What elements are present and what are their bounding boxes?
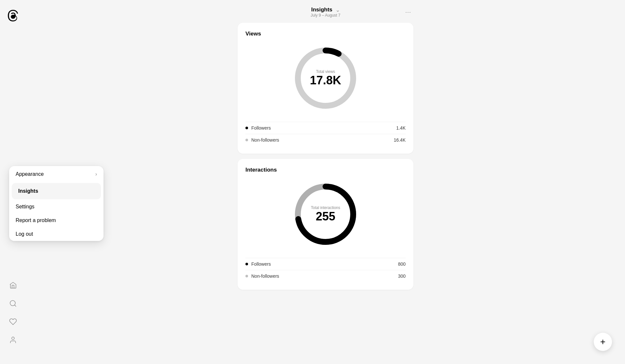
interactions-donut-chart: Total interactions 255	[245, 178, 406, 250]
followers-label: Followers	[251, 125, 271, 131]
page-title: Insights	[311, 7, 332, 13]
views-nonfollowers-legend: Non-followers 16.4K	[245, 134, 406, 146]
views-card-title: Views	[245, 31, 406, 37]
appearance-chevron-icon: ›	[95, 171, 97, 177]
more-options-button[interactable]: ···	[403, 7, 413, 17]
appearance-label: Appearance	[16, 171, 44, 177]
svg-point-1	[12, 337, 14, 340]
int-followers-value: 800	[398, 261, 406, 267]
sidebar-nav	[8, 281, 18, 344]
interactions-total-label: Total interactions	[311, 205, 340, 210]
int-nonfollowers-label: Non-followers	[251, 273, 279, 279]
interactions-total-value: 255	[311, 210, 340, 223]
int-nonfollowers-dot	[245, 275, 248, 277]
nonfollowers-dot	[245, 139, 248, 141]
interactions-donut-wrapper: Total interactions 255	[290, 178, 361, 250]
interactions-donut-center: Total interactions 255	[311, 205, 340, 223]
views-donut-center: Total views 17.8K	[310, 69, 341, 87]
views-total-label: Total views	[310, 69, 341, 74]
nonfollowers-value: 16.4K	[394, 137, 406, 143]
views-donut-chart: Total views 17.8K	[245, 42, 406, 114]
views-donut-wrapper: Total views 17.8K	[290, 42, 361, 114]
menu-item-report[interactable]: Report a problem	[9, 214, 104, 227]
insights-label: Insights	[18, 188, 38, 194]
interactions-nonfollowers-legend: Non-followers 300	[245, 270, 406, 282]
profile-icon[interactable]	[8, 335, 18, 344]
views-total-value: 17.8K	[310, 74, 341, 87]
menu-item-insights[interactable]: Insights	[12, 183, 101, 199]
menu-item-settings[interactable]: Settings	[9, 200, 104, 214]
logout-label: Log out	[16, 231, 33, 237]
views-followers-legend: Followers 1.4K	[245, 122, 406, 134]
create-fab[interactable]: +	[594, 333, 612, 351]
menu-item-logout[interactable]: Log out	[9, 227, 104, 241]
nonfollowers-label: Non-followers	[251, 137, 279, 143]
date-range: July 9 – August 7	[311, 13, 340, 18]
views-card: Views Total views 17.8K Fol	[238, 23, 413, 154]
fab-plus-icon: +	[600, 337, 605, 347]
interactions-card: Interactions Total interactions 255	[238, 159, 413, 290]
interactions-legend: Followers 800 Non-followers 300	[245, 258, 406, 282]
context-menu: Appearance › Insights Settings Report a …	[9, 166, 104, 241]
menu-item-appearance[interactable]: Appearance ›	[9, 166, 104, 182]
interactions-followers-legend: Followers 800	[245, 258, 406, 270]
int-followers-dot	[245, 263, 248, 265]
chevron-down-icon[interactable]: ⌄	[336, 7, 340, 13]
followers-value: 1.4K	[396, 125, 406, 131]
int-followers-label: Followers	[251, 261, 271, 267]
main-content: Insights ⌄ July 9 – August 7 ··· Views T…	[26, 0, 625, 364]
followers-dot	[245, 127, 248, 129]
settings-label: Settings	[16, 204, 35, 210]
interactions-card-title: Interactions	[245, 167, 406, 173]
int-nonfollowers-value: 300	[398, 273, 406, 279]
home-icon[interactable]	[8, 281, 18, 290]
header-title-group: Insights ⌄ July 9 – August 7	[311, 7, 340, 18]
threads-logo[interactable]	[7, 10, 19, 23]
activity-icon[interactable]	[8, 317, 18, 326]
search-icon[interactable]	[8, 299, 18, 308]
report-label: Report a problem	[16, 217, 56, 223]
insights-header: Insights ⌄ July 9 – August 7 ···	[238, 7, 413, 18]
views-legend: Followers 1.4K Non-followers 16.4K	[245, 122, 406, 146]
